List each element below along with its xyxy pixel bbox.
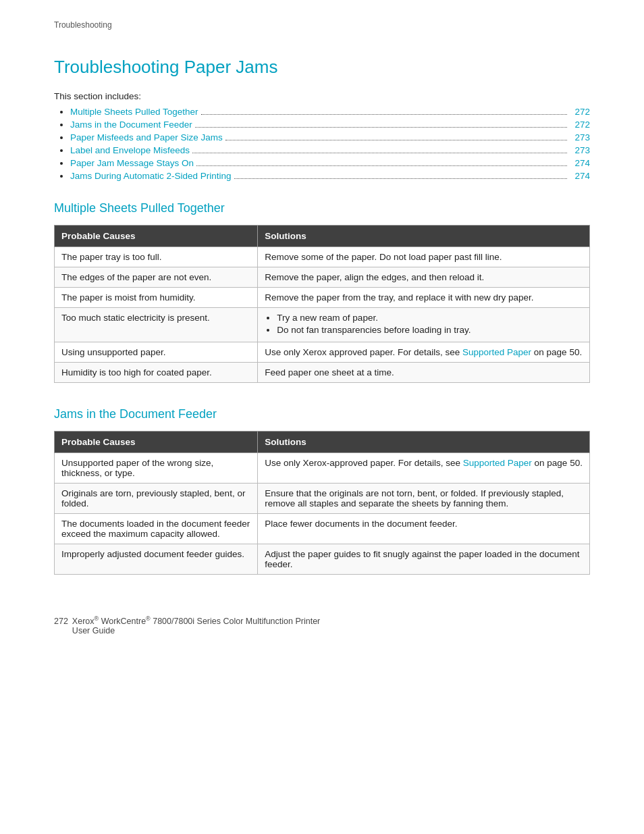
page-title: Troubleshooting Paper Jams [54,57,590,78]
solution-cell: Ensure that the originals are not torn, … [258,484,590,514]
solution-cell: Adjust the paper guides to fit snugly ag… [258,544,590,575]
cause-cell: Unsupported paper of the wrong size, thi… [55,453,258,484]
section1-col1-header: Probable Causes [55,226,258,247]
cause-cell: The paper is moist from humidity. [55,288,258,308]
cause-cell: Originals are torn, previously stapled, … [55,484,258,514]
toc-page-number: 273 [570,132,590,142]
section2-table: Probable Causes Solutions Unsupported pa… [54,431,590,575]
toc-item[interactable]: Label and Envelope Misfeeds273 [70,145,590,155]
toc-item[interactable]: Jams During Automatic 2-Sided Printing27… [70,171,590,181]
cause-cell: Humidity is too high for coated paper. [55,363,258,383]
toc-page-number: 272 [570,120,590,130]
cause-cell: Using unsupported paper. [55,342,258,363]
solution-cell: Use only Xerox-approved paper. For detai… [258,453,590,484]
cause-cell: The documents loaded in the document fee… [55,514,258,544]
section1-col2-header: Solutions [258,226,590,247]
toc-page-number: 272 [570,107,590,117]
toc-link[interactable]: Label and Envelope Misfeeds [70,145,190,155]
footer-page-number: 272 [54,617,68,626]
toc-list: Multiple Sheets Pulled Together272Jams i… [54,107,590,181]
table-row: Originals are torn, previously stapled, … [55,484,590,514]
cause-cell: Too much static electricity is present. [55,308,258,342]
cause-cell: Improperly adjusted document feeder guid… [55,544,258,575]
inline-link[interactable]: Supported Paper [462,347,531,357]
table-row: Using unsupported paper.Use only Xerox a… [55,342,590,363]
toc-item[interactable]: Multiple Sheets Pulled Together272 [70,107,590,117]
intro-text: This section includes: [54,91,590,101]
table-row: The paper tray is too full.Remove some o… [55,247,590,267]
toc-link[interactable]: Jams During Automatic 2-Sided Printing [70,171,232,181]
table-row: Humidity is too high for coated paper.Fe… [55,363,590,383]
table-row: Improperly adjusted document feeder guid… [55,544,590,575]
section2-col1-header: Probable Causes [55,432,258,453]
table-row: Unsupported paper of the wrong size, thi… [55,453,590,484]
section2-col2-header: Solutions [258,432,590,453]
toc-link[interactable]: Jams in the Document Feeder [70,120,192,130]
solution-cell: Remove the paper, align the edges, and t… [258,267,590,288]
cause-cell: The paper tray is too full. [55,247,258,267]
footer: 272 Xerox® WorkCentre® 7800/7800i Series… [54,615,590,635]
solution-cell: Place fewer documents in the document fe… [258,514,590,544]
table-row: The paper is moist from humidity.Remove … [55,288,590,308]
toc-link[interactable]: Multiple Sheets Pulled Together [70,107,198,117]
section1-table: Probable Causes Solutions The paper tray… [54,225,590,383]
table-row: The documents loaded in the document fee… [55,514,590,544]
toc-page-number: 274 [570,158,590,168]
table-row: The edges of the paper are not even.Remo… [55,267,590,288]
footer-text: Xerox® WorkCentre® 7800/7800i Series Col… [72,615,320,635]
solution-cell: Try a new ream of paper.Do not fan trans… [258,308,590,342]
solution-cell: Use only Xerox approved paper. For detai… [258,342,590,363]
table-row: Too much static electricity is present.T… [55,308,590,342]
breadcrumb: Troubleshooting [54,20,590,30]
toc-page-number: 274 [570,171,590,181]
toc-item[interactable]: Paper Misfeeds and Paper Size Jams273 [70,132,590,142]
solution-cell: Feed paper one sheet at a time. [258,363,590,383]
cause-cell: The edges of the paper are not even. [55,267,258,288]
section2-heading: Jams in the Document Feeder [54,407,590,421]
solution-cell: Remove some of the paper. Do not load pa… [258,247,590,267]
solution-cell: Remove the paper from the tray, and repl… [258,288,590,308]
section1-heading: Multiple Sheets Pulled Together [54,201,590,215]
toc-page-number: 273 [570,145,590,155]
toc-link[interactable]: Paper Jam Message Stays On [70,158,194,168]
toc-link[interactable]: Paper Misfeeds and Paper Size Jams [70,132,223,142]
toc-item[interactable]: Paper Jam Message Stays On274 [70,158,590,168]
toc-item[interactable]: Jams in the Document Feeder272 [70,120,590,130]
inline-link[interactable]: Supported Paper [463,458,532,468]
